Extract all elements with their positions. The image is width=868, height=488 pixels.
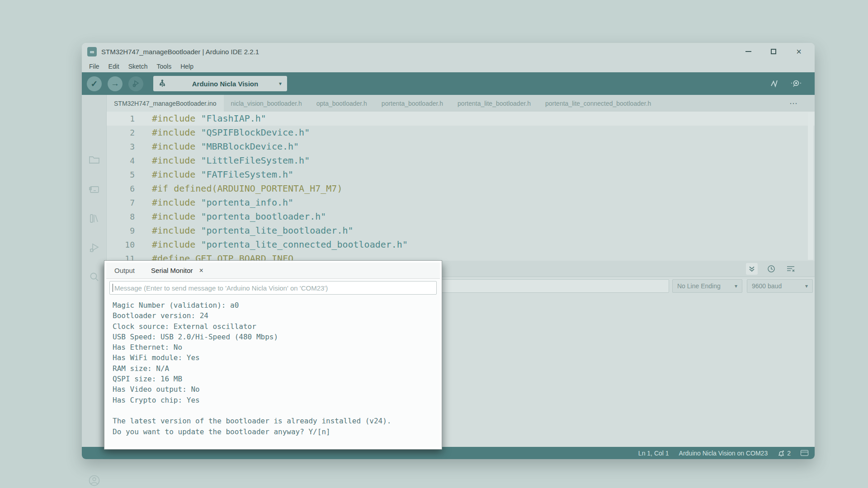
debug-play-icon — [88, 242, 100, 254]
board-port-status[interactable]: Arduino Nicla Vision on COM23 — [679, 450, 768, 457]
minimize-button[interactable] — [741, 46, 755, 57]
search-icon — [88, 271, 100, 283]
verify-button[interactable]: ✓ — [87, 76, 102, 91]
activity-sidebar — [82, 95, 107, 447]
debug-icon — [132, 80, 140, 88]
menu-file[interactable]: File — [85, 61, 104, 71]
serial-output-line: Has Ethernet: No — [113, 342, 440, 352]
arduino-logo-icon: ∞ — [87, 47, 97, 56]
baud-rate-value: 9600 baud — [752, 282, 782, 290]
boards-manager-button[interactable] — [88, 183, 100, 195]
code-line: 5#include "FATFileSystem.h" — [107, 168, 815, 182]
serial-output-line: Has Crypto chip: Yes — [113, 395, 440, 405]
editor-tab-bar: STM32H747_manageBootloader.ino nicla_vis… — [107, 95, 815, 112]
baud-rate-dropdown[interactable]: 9600 baud ▾ — [747, 279, 813, 293]
serial-output-line: Has Video output: No — [113, 384, 440, 394]
code-line: 7#include "portenta_info.h" — [107, 196, 815, 210]
magnifier-dots-icon — [790, 79, 802, 88]
serial-output-line — [113, 405, 440, 416]
serial-output-line: RAM size: N/A — [113, 363, 440, 374]
serial-output-line: Clock source: External oscillator — [113, 321, 440, 332]
tab-nicla-vision-bootloader[interactable]: nicla_vision_bootloader.h — [224, 95, 309, 112]
serial-output-line: Magic Number (validation): a0 — [113, 300, 440, 310]
timestamp-toggle-button[interactable] — [765, 263, 777, 275]
debug-button — [128, 76, 143, 91]
debug-panel-button[interactable] — [88, 242, 100, 254]
maximize-icon — [771, 49, 776, 54]
line-ending-dropdown[interactable]: No Line Ending ▾ — [672, 279, 742, 293]
person-icon — [88, 474, 100, 487]
tab-portenta-bootloader[interactable]: portenta_bootloader.h — [374, 95, 450, 112]
code-line: 6#if defined(ARDUINO_PORTENTA_H7_M7) — [107, 182, 815, 196]
close-button[interactable]: × — [792, 46, 806, 57]
minimize-icon — [745, 51, 751, 52]
tab-serial-monitor[interactable]: Serial Monitor × — [151, 267, 203, 274]
usb-icon — [159, 80, 166, 88]
text-caret — [113, 284, 113, 292]
editor-scrollbar[interactable] — [808, 113, 813, 260]
arduino-ide-window: ∞ STM32H747_manageBootloader | Arduino I… — [82, 43, 815, 459]
menu-bar: File Edit Sketch Tools Help — [82, 60, 815, 72]
notification-count: 2 — [787, 450, 791, 457]
line-ending-value: No Line Ending — [677, 282, 721, 290]
menu-tools[interactable]: Tools — [152, 61, 176, 71]
arrow-right-icon: → — [111, 79, 119, 89]
code-line: 10#include "portenta_lite_connected_boot… — [107, 238, 815, 252]
notifications-button[interactable]: 2 — [778, 450, 791, 457]
close-serial-monitor-icon[interactable]: × — [199, 267, 203, 274]
menu-help[interactable]: Help — [176, 61, 198, 71]
toolbar: ✓ → Arduino Nicla V — [82, 72, 815, 95]
serial-plotter-button[interactable] — [769, 78, 781, 89]
tab-portenta-lite-connected-bootloader[interactable]: portenta_lite_connected_bootloader.h — [538, 95, 658, 112]
clear-output-button[interactable] — [785, 263, 797, 275]
check-icon: ✓ — [91, 79, 98, 89]
serial-output-line: The latest version of the bootloader is … — [113, 416, 440, 426]
tab-output[interactable]: Output — [114, 267, 135, 274]
serial-output-line: QSPI size: 16 MB — [113, 374, 440, 384]
library-manager-button[interactable] — [88, 212, 100, 225]
serial-monitor-tabs: Output Serial Monitor × — [106, 263, 440, 279]
cursor-position: Ln 1, Col 1 — [638, 450, 669, 457]
toggle-panel-icon[interactable] — [801, 450, 808, 456]
serial-monitor-highlight: Output Serial Monitor × Message (Enter t… — [104, 261, 442, 449]
more-tabs-button[interactable]: ⋯ — [789, 95, 798, 112]
books-icon — [88, 212, 100, 225]
serial-message-input[interactable]: Message (Enter to send message to 'Ardui… — [109, 281, 437, 295]
maximize-button[interactable] — [767, 46, 780, 57]
clear-list-icon — [786, 265, 795, 273]
code-line: 2#include "QSPIFBlockDevice.h" — [107, 126, 815, 140]
account-button[interactable] — [88, 474, 100, 487]
menu-sketch[interactable]: Sketch — [124, 61, 152, 71]
double-chevron-down-icon — [748, 265, 755, 272]
serial-output-line: Do you want to update the bootloader any… — [113, 427, 440, 437]
chevron-down-icon: ▾ — [735, 283, 737, 289]
code-line: 9#include "portenta_lite_bootloader.h" — [107, 224, 815, 238]
bell-icon — [778, 450, 785, 457]
tab-portenta-lite-bootloader[interactable]: portenta_lite_bootloader.h — [450, 95, 538, 112]
tab-opta-bootloader[interactable]: opta_bootloader.h — [309, 95, 374, 112]
serial-input-placeholder: Message (Enter to send message to 'Ardui… — [114, 284, 328, 292]
serial-output-line: USB Speed: USB 2.0/Hi-Speed (480 Mbps) — [113, 332, 440, 342]
code-line: 3#include "MBRBlockDevice.h" — [107, 140, 815, 154]
scroll-to-bottom-button[interactable] — [746, 263, 758, 275]
serial-output-line: Bootloader version: 24 — [113, 310, 440, 321]
board-selector[interactable]: Arduino Nicla Vision ▾ — [153, 76, 287, 91]
search-button[interactable] — [88, 271, 100, 283]
tab-ino-file[interactable]: STM32H747_manageBootloader.ino — [107, 95, 224, 112]
board-selector-label: Arduino Nicla Vision — [171, 80, 279, 88]
close-icon: × — [796, 47, 802, 56]
code-line: 8#include "portenta_bootloader.h" — [107, 210, 815, 224]
serial-monitor-button[interactable] — [790, 78, 802, 89]
window-title: STM32H747_manageBootloader | Arduino IDE… — [101, 48, 259, 56]
serial-output[interactable]: Magic Number (validation): a0 Bootloader… — [106, 295, 440, 437]
code-line: 4#include "LittleFileSystem.h" — [107, 154, 815, 168]
code-line: 1#include "FlashIAP.h" — [107, 112, 815, 126]
board-icon — [88, 183, 100, 195]
chevron-down-icon: ▾ — [805, 283, 808, 289]
menu-edit[interactable]: Edit — [104, 61, 124, 71]
upload-button[interactable]: → — [108, 76, 123, 91]
serial-output-line: Has WiFi module: Yes — [113, 352, 440, 363]
folder-icon — [88, 154, 100, 166]
sketchbook-button[interactable] — [88, 154, 100, 166]
title-bar: ∞ STM32H747_manageBootloader | Arduino I… — [82, 43, 815, 60]
